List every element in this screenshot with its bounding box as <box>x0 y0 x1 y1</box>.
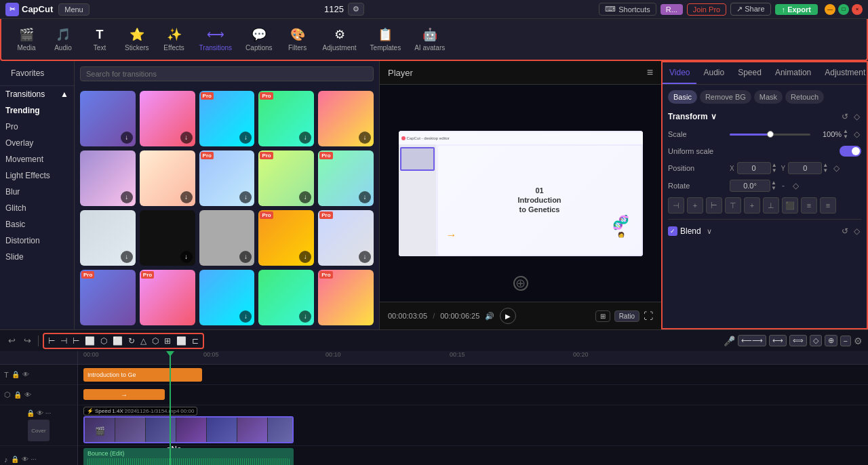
download-icon[interactable]: ↓ <box>121 132 133 144</box>
y-down[interactable]: ▼ <box>823 168 828 174</box>
distribute-space-button[interactable]: ≡ <box>820 197 836 214</box>
menu-button[interactable]: Menu <box>58 3 90 16</box>
search-input[interactable] <box>80 66 374 81</box>
prop-tab-remove-bg[interactable]: Remove BG <box>700 90 751 104</box>
sidebar-item-trending[interactable]: Trending <box>0 102 74 119</box>
align-top-button[interactable]: ⊤ <box>725 197 741 214</box>
tab-speed[interactable]: Speed <box>731 62 768 84</box>
clip-title[interactable]: Introduction to Ge <box>83 368 202 382</box>
sidebar-item-overlay[interactable]: Overlay <box>0 135 74 151</box>
transition-black-fade[interactable]: ↓ Black Fade <box>140 210 195 266</box>
freeze-button[interactable]: ⊞ <box>162 335 173 347</box>
uniform-scale-toggle[interactable] <box>840 146 861 157</box>
download-icon[interactable]: ↓ <box>359 132 371 144</box>
prop-tab-mask[interactable]: Mask <box>754 90 783 104</box>
download-icon[interactable]: ↓ <box>239 310 252 323</box>
transition-pro-3[interactable]: ↓ <box>199 270 255 325</box>
transition-lens-blur[interactable]: Pro↓ Lens Blur <box>318 210 374 266</box>
redo-button[interactable]: ↪ <box>21 334 34 347</box>
tool-transitions[interactable]: ⟷ Transitions <box>194 24 238 54</box>
transition-blur-zoom[interactable]: Pro↓ Blur Zoom Out <box>318 150 374 206</box>
loop-button[interactable]: ↻ <box>126 335 137 347</box>
tool-ai-avatars[interactable]: 🤖 AI avatars <box>409 24 450 54</box>
ratio-button[interactable]: Ratio <box>614 310 639 322</box>
more-audio-button[interactable]: ··· <box>31 456 37 463</box>
distribute-v-button[interactable]: ≡ <box>801 197 817 214</box>
x-down[interactable]: ▼ <box>772 168 777 174</box>
transition-bounce-left[interactable]: Pro↓ Bounce Left <box>258 210 314 266</box>
download-icon[interactable]: ↓ <box>180 191 193 203</box>
frame-settings-icon[interactable]: ⚙ <box>348 3 364 16</box>
transition-pull-out[interactable]: ↓ Pull Out <box>140 150 195 206</box>
tool-text[interactable]: T Text <box>83 25 117 54</box>
prop-tab-basic[interactable]: Basic <box>668 90 697 104</box>
download-icon[interactable]: ↓ <box>299 251 311 263</box>
minimize-button[interactable]: — <box>825 4 835 15</box>
transition-pull-in[interactable]: ↓ Pull in <box>80 91 136 146</box>
sidebar-item-blur[interactable]: Blur <box>0 184 74 200</box>
close-button[interactable]: × <box>852 4 863 15</box>
tool-filters[interactable]: 🎨 Filters <box>281 24 315 54</box>
distribute-h-button[interactable]: ⬛ <box>782 197 798 214</box>
download-icon[interactable]: ↓ <box>299 310 311 323</box>
fullscreen-button[interactable]: ⛶ <box>644 310 653 322</box>
share-button[interactable]: ↗ Share <box>730 3 770 16</box>
download-icon[interactable]: ↓ <box>359 191 371 203</box>
align-left-button[interactable]: ⊣ <box>668 197 684 214</box>
resize-timeline-button[interactable]: ⬜ <box>111 335 125 347</box>
settings-timeline-icon[interactable]: ⚙ <box>854 336 863 346</box>
tool-audio[interactable]: 🎵 Audio <box>46 24 80 54</box>
transition-blur[interactable]: ↓ Blur <box>199 210 255 266</box>
transition-color-wipe[interactable]: ↓ Color Wipe <box>140 91 195 146</box>
lock-arrow-button[interactable]: 🔒 <box>14 391 22 399</box>
scale-down-button[interactable]: ▼ <box>843 134 848 140</box>
crop-button[interactable]: ⬡ <box>98 335 109 347</box>
eye-title-button[interactable]: 👁 <box>22 371 29 378</box>
clip-arrow[interactable]: → <box>83 389 165 400</box>
link-clips-button[interactable]: ⟵⟶ <box>738 335 766 346</box>
zoom-out-button[interactable]: − <box>840 336 851 346</box>
keyframe-blend-button[interactable]: ◇ <box>852 225 861 237</box>
tool-media[interactable]: 🎬 Media <box>9 24 43 54</box>
reset-transform-button[interactable]: ↺ <box>840 110 850 123</box>
eye-arrow-button[interactable]: 👁 <box>24 391 31 399</box>
shortcuts-button[interactable]: ⌨ Shortcuts <box>599 3 656 16</box>
lock-title-button[interactable]: 🔒 <box>12 371 20 378</box>
undo-button[interactable]: ↩ <box>5 334 18 347</box>
transition-comparison[interactable]: Pro↓ Comparison II <box>258 150 314 206</box>
microphone-button[interactable]: 🎤 <box>724 336 735 346</box>
trim-left-button[interactable]: ⊣ <box>58 335 69 347</box>
transition-swipe-left[interactable]: Pro↓ Swipe Left <box>199 150 255 206</box>
position-keyframe-button[interactable]: ◇ <box>832 162 841 174</box>
lock-audio-button[interactable]: 🔒 <box>11 456 19 463</box>
snap-button[interactable]: ⟷ <box>769 335 787 346</box>
blend-dropdown[interactable]: ∨ <box>707 227 712 236</box>
magnet-button[interactable]: ⟺ <box>789 335 807 346</box>
align-bottom-button[interactable]: ⊥ <box>763 197 779 214</box>
keyframe-transform-button[interactable]: ◇ <box>852 110 861 123</box>
tool-effects[interactable]: ✨ Effects <box>157 24 191 54</box>
fit-view-button[interactable]: ⊕ <box>825 335 837 346</box>
sidebar-item-light-effects[interactable]: Light Effects <box>0 167 74 184</box>
sidebar-item-movement[interactable]: Movement <box>0 151 74 167</box>
reset-blend-button[interactable]: ↺ <box>840 225 850 237</box>
transition-tremble-zoom[interactable]: ↓ Tremble Zoom <box>80 210 136 266</box>
transition-shake[interactable]: Pro↓ Shake <box>258 91 314 146</box>
download-icon[interactable]: ↓ <box>180 132 193 144</box>
transition-pro-5[interactable]: Pro <box>318 270 374 325</box>
rotate-down[interactable]: ▼ <box>771 186 776 191</box>
sidebar-item-basic[interactable]: Basic <box>0 216 74 232</box>
download-icon[interactable]: ↓ <box>239 132 252 144</box>
sidebar-item-slide[interactable]: Slide <box>0 249 74 265</box>
tool-stickers[interactable]: ⭐ Stickers <box>119 24 155 54</box>
align-center-v-button[interactable]: + <box>744 197 760 214</box>
sidebar-item-glitch[interactable]: Glitch <box>0 200 74 216</box>
maximize-button[interactable]: □ <box>838 4 849 15</box>
download-icon[interactable]: ↓ <box>239 191 252 203</box>
sidebar-item-favorites[interactable]: Favorites <box>5 65 68 81</box>
align-center-h-button[interactable]: + <box>687 197 703 214</box>
shape-button[interactable]: ⬡ <box>150 335 161 347</box>
trim-right-button[interactable]: ⊢ <box>71 335 81 347</box>
more-tools-button[interactable]: ⊏ <box>190 335 201 347</box>
r-button[interactable]: R... <box>660 4 683 15</box>
